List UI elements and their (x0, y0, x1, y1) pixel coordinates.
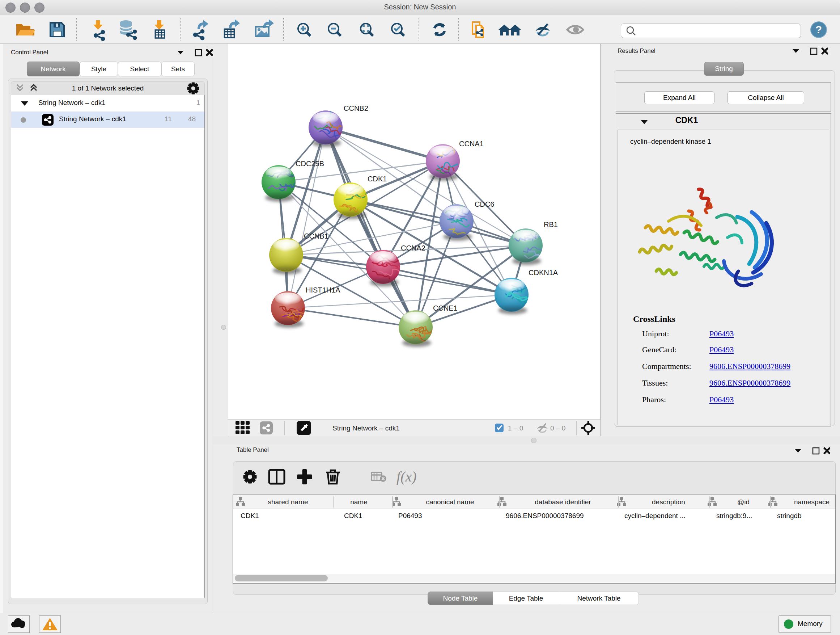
svg-text:CDC25B: CDC25B (295, 160, 324, 168)
svg-text:0 – 0: 0 – 0 (550, 424, 565, 432)
svg-text:CDKN1A: CDKN1A (529, 269, 558, 277)
svg-text:description: description (652, 498, 685, 506)
svg-text:CCNA1: CCNA1 (459, 140, 484, 148)
svg-text:shared name: shared name (268, 498, 308, 506)
svg-text:namespace: namespace (794, 498, 829, 506)
svg-text:f(x): f(x) (396, 469, 417, 485)
svg-text:CDC6: CDC6 (475, 200, 494, 208)
svg-text:CDK1: CDK1 (368, 175, 387, 183)
svg-text:?: ? (815, 24, 822, 35)
svg-text:CCNB1: CCNB1 (304, 232, 328, 240)
svg-text:String Network – cdk1: String Network – cdk1 (332, 424, 400, 432)
svg-text:@id: @id (737, 498, 750, 506)
svg-text:name: name (350, 498, 368, 506)
svg-text:CCNB2: CCNB2 (344, 104, 368, 112)
svg-text:1 – 0: 1 – 0 (508, 424, 523, 432)
svg-text:database identifier: database identifier (535, 498, 591, 506)
svg-text:canonical name: canonical name (426, 498, 474, 506)
svg-text:RB1: RB1 (544, 220, 558, 228)
svg-text:HIST1H1A: HIST1H1A (306, 286, 340, 294)
svg-text:CCNA2: CCNA2 (401, 244, 425, 252)
svg-text:CCNE1: CCNE1 (433, 304, 458, 312)
